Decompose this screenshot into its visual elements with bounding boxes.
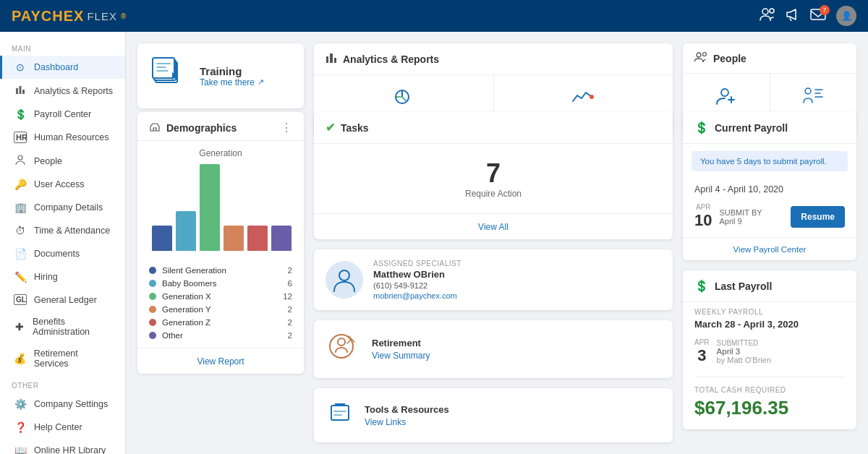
training-card: Training Take me there ↗ [137, 43, 304, 108]
demographics-icon [149, 121, 161, 134]
demographics-card: Demographics ⋮ Generation Silent Generat… [137, 112, 304, 374]
legend-dot-boomers [149, 280, 156, 287]
sidebar-item-people[interactable]: People [0, 149, 125, 173]
useraccess-icon: 🔑 [14, 179, 27, 190]
current-payroll-card: 💲 Current Payroll You have 5 days to sub… [683, 112, 856, 260]
sidebar-label-hiring: Hiring [34, 272, 58, 282]
sidebar-item-ledger[interactable]: GL General Ledger [0, 288, 125, 311]
last-payroll-card: 💲 Last Payroll WEEKLY PAYROLL March 28 -… [683, 270, 856, 429]
sidebar-item-payroll[interactable]: 💲 Payroll Center [0, 103, 125, 126]
live-reports-icon [571, 87, 595, 111]
training-title: Training [200, 65, 264, 77]
legend-silent: Silent Generation 2 [149, 264, 292, 277]
tools-link[interactable]: View Links [365, 417, 406, 427]
svg-rect-11 [330, 53, 333, 63]
tools-card-icon [326, 398, 354, 432]
specialist-name: Matthew OBrien [373, 269, 461, 280]
analytics-header-icon [326, 52, 337, 66]
legend-count-genz: 2 [288, 318, 292, 327]
bar-geny [224, 226, 244, 251]
legend-dot-silent [149, 267, 156, 274]
legend-dot-genz [149, 319, 156, 326]
legend-count-other: 2 [288, 331, 292, 340]
sidebar-item-useraccess[interactable]: 🔑 User Access [0, 173, 125, 196]
svg-point-18 [805, 88, 811, 94]
tasks-count-area: 7 Require Action [314, 144, 673, 213]
tasks-card: ✔ Tasks 7 Require Action View All [314, 112, 673, 239]
current-payroll-icon: 💲 [694, 121, 709, 134]
view-report-anchor[interactable]: View Report [197, 356, 244, 367]
legend-other: Other 2 [149, 329, 292, 342]
col2-stack: ✔ Tasks 7 Require Action View All [314, 112, 673, 442]
sidebar-item-help[interactable]: ❓ Help Center [0, 416, 125, 439]
sidebar-item-hiring[interactable]: ✏️ Hiring [0, 265, 125, 288]
retirement-link[interactable]: View Summary [372, 351, 430, 361]
user-avatar[interactable]: 👤 [836, 6, 856, 26]
tasks-view-all[interactable]: View All [314, 213, 673, 239]
logo-paychex: PAYCHEX [12, 8, 84, 25]
svg-point-15 [697, 53, 701, 57]
megaphone-icon[interactable] [786, 8, 800, 25]
sidebar-item-hr-library[interactable]: 📖 Online HR Library [0, 439, 125, 454]
current-payroll-header: 💲 Current Payroll [683, 112, 856, 144]
submitted-info: SUBMITTED April 3 by Matt O'Brien [717, 339, 771, 364]
sidebar-item-time[interactable]: ⏱ Time & Attendance [0, 219, 125, 242]
sidebar-label-ledger: General Ledger [34, 295, 97, 305]
svg-rect-3 [16, 88, 18, 94]
sidebar-other-label: OTHER [0, 374, 125, 393]
help-icon: ❓ [14, 421, 27, 433]
last-payroll-range: March 28 - April 3, 2020 [683, 319, 856, 335]
last-payroll-header: 💲 Last Payroll [683, 270, 856, 302]
svg-point-16 [703, 53, 707, 56]
retirement-title: Retirement [372, 338, 430, 348]
sidebar-label-settings: Company Settings [34, 399, 108, 409]
tasks-checkmark-icon: ✔ [326, 121, 335, 134]
sidebar-label-company: Company Details [34, 202, 103, 213]
sidebar-item-retirement[interactable]: 💰 Retirement Services [0, 343, 125, 374]
hiring-icon: ✏️ [14, 271, 27, 283]
sidebar-item-benefits[interactable]: ✚ Benefits Administration [0, 311, 125, 343]
sidebar-item-settings[interactable]: ⚙️ Company Settings [0, 393, 125, 416]
people-header: People [683, 43, 856, 74]
last-apr-num: 3 [694, 346, 710, 365]
legend-label-genz: Generation Z [162, 318, 210, 327]
submitted-by: by Matt O'Brien [717, 356, 771, 364]
view-report-link[interactable]: View Report [137, 348, 304, 374]
training-link[interactable]: Take me there ↗ [200, 77, 264, 87]
sidebar: MAIN ⊙ Dashboard Analytics & Reports 💲 P… [0, 32, 126, 454]
mail-icon[interactable]: 7 [810, 9, 826, 24]
current-payroll-date-range: April 4 - April 10, 2020 [683, 179, 856, 199]
people-icon[interactable] [760, 8, 775, 25]
hr-library-icon: 📖 [14, 445, 27, 454]
sidebar-item-hr[interactable]: HR Human Resources [0, 126, 125, 149]
mail-badge: 7 [820, 5, 830, 15]
svg-point-17 [721, 89, 728, 96]
submit-by-info: SUBMIT BY April 9 [719, 208, 762, 226]
view-payroll-center-link[interactable]: View Payroll Center [683, 237, 856, 260]
people-title: People [713, 53, 746, 64]
demographics-more-button[interactable]: ⋮ [281, 121, 292, 134]
sidebar-item-dashboard[interactable]: ⊙ Dashboard [0, 56, 125, 79]
sidebar-item-documents[interactable]: 📄 Documents [0, 242, 125, 265]
svg-rect-10 [326, 56, 328, 63]
sidebar-item-analytics[interactable]: Analytics & Reports [0, 79, 125, 103]
training-icon [152, 56, 188, 95]
bar-boomers [176, 211, 196, 251]
specialist-email[interactable]: mobrien@paychex.com [373, 291, 457, 300]
legend-label-geny: Generation Y [162, 305, 211, 314]
total-cash-label: TOTAL CASH REQUIRED [683, 383, 856, 395]
sidebar-item-company[interactable]: 🏢 Company Details [0, 196, 125, 219]
svg-point-1 [770, 9, 774, 13]
resume-button[interactable]: Resume [791, 206, 845, 228]
demographics-header-left: Demographics [149, 121, 237, 134]
svg-rect-5 [22, 90, 25, 94]
view-people-icon [802, 85, 824, 110]
legend-count-silent: 2 [288, 266, 292, 275]
current-apr-num: 10 [694, 211, 712, 230]
view-payroll-anchor[interactable]: View Payroll Center [733, 245, 807, 254]
bar-silent [152, 226, 172, 251]
retirement-text: Retirement View Summary [372, 338, 430, 361]
tasks-header: ✔ Tasks [314, 112, 673, 144]
tasks-view-all-anchor[interactable]: View All [478, 222, 509, 232]
svg-rect-4 [20, 86, 22, 94]
